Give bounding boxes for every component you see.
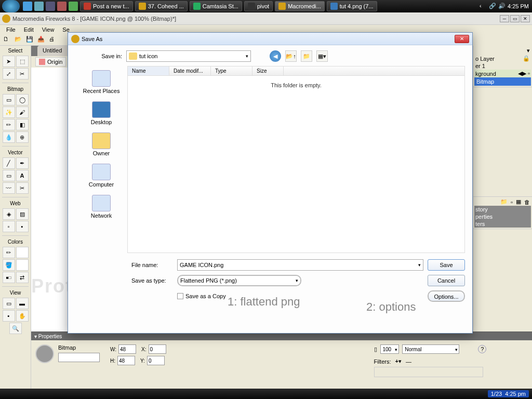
- task-item[interactable]: pivot: [244, 1, 273, 11]
- view-menu-button[interactable]: ▦▾: [316, 50, 328, 62]
- subselect-tool[interactable]: ⬚: [16, 56, 29, 67]
- hide-slice-tool[interactable]: ▫: [3, 221, 15, 232]
- fill-color[interactable]: 🪣: [3, 259, 15, 271]
- place-recent[interactable]: Recent Places: [83, 70, 120, 94]
- brush-tool[interactable]: 🖌: [16, 107, 29, 118]
- y-input[interactable]: [147, 356, 165, 365]
- original-view[interactable]: Origin: [35, 57, 66, 66]
- zoom-tool[interactable]: 🔍: [9, 323, 22, 334]
- default-colors[interactable]: ■□: [3, 272, 15, 283]
- col-size[interactable]: Size: [252, 66, 284, 75]
- task-item[interactable]: tut 4.png (7...: [327, 1, 377, 11]
- savetype-combo[interactable]: Flattened PNG (*.png): [177, 275, 301, 286]
- file-list[interactable]: Name Date modif... Type Size This folder…: [127, 66, 465, 253]
- cancel-button[interactable]: Cancel: [428, 275, 465, 286]
- dialog-titlebar[interactable]: Save As ✕: [68, 33, 472, 45]
- menu-edit[interactable]: Edit: [20, 25, 38, 34]
- hand-tool[interactable]: ✋: [16, 310, 29, 322]
- task-item-active[interactable]: Macromedi...: [275, 1, 325, 11]
- menu-view[interactable]: View: [38, 25, 59, 34]
- up-button[interactable]: 📂↑: [285, 50, 297, 62]
- new-folder-button[interactable]: 📁: [301, 50, 312, 62]
- screen-mode-2[interactable]: ▬: [16, 298, 29, 309]
- frames-icon[interactable]: ▦: [516, 198, 521, 205]
- col-name[interactable]: Name: [128, 66, 169, 75]
- col-type[interactable]: Type: [211, 66, 252, 75]
- x-input[interactable]: [149, 344, 166, 354]
- place-desktop[interactable]: Desktop: [91, 101, 112, 125]
- bitmap-layer[interactable]: Bitmap: [474, 77, 531, 86]
- layer-sub[interactable]: er 1: [474, 62, 531, 70]
- import-icon[interactable]: 📥: [37, 36, 46, 44]
- help-icon[interactable]: ?: [478, 345, 486, 353]
- minimize-button[interactable]: ─: [500, 15, 509, 22]
- hotspot-tool[interactable]: ◈: [3, 208, 15, 220]
- show-slice-tool[interactable]: ▪: [16, 221, 29, 232]
- blend-mode-select[interactable]: Normal: [402, 344, 459, 354]
- menu-file[interactable]: File: [2, 25, 20, 34]
- blur-tool[interactable]: 💧: [3, 131, 15, 143]
- save-in-combo[interactable]: tut icon: [126, 50, 251, 62]
- close-button[interactable]: ✕: [521, 15, 530, 22]
- pointer-tool[interactable]: ➤: [3, 56, 15, 67]
- start-button[interactable]: [2, 0, 20, 12]
- filters-panel[interactable]: ters: [474, 220, 531, 228]
- slice-tool[interactable]: ▨: [16, 208, 29, 220]
- opacity-slider-icon[interactable]: ▯: [374, 346, 377, 353]
- filename-input[interactable]: GAME ICON.png: [177, 259, 423, 271]
- clock[interactable]: 4:25 PM: [508, 3, 529, 9]
- stroke-color[interactable]: ✏: [3, 247, 15, 258]
- pencil-tool[interactable]: ✏: [3, 119, 15, 130]
- save-as-copy-checkbox[interactable]: Save as a Copy: [177, 293, 226, 299]
- add-filter-button[interactable]: +▾: [395, 358, 402, 365]
- save-icon[interactable]: 💾: [26, 36, 34, 44]
- task-item[interactable]: 37. Coheed ...: [135, 1, 188, 11]
- object-name-input[interactable]: [58, 353, 100, 362]
- screen-mode[interactable]: ▭: [3, 298, 15, 309]
- opacity-input[interactable]: 100: [380, 344, 400, 354]
- swap-colors[interactable]: ⇄: [16, 272, 29, 283]
- history-panel[interactable]: story: [474, 206, 531, 213]
- knife-tool[interactable]: ✂: [16, 182, 29, 194]
- ql-switch-icon[interactable]: [46, 2, 55, 11]
- maximize-button[interactable]: ▭: [510, 15, 520, 22]
- options-button[interactable]: Options...: [428, 290, 465, 302]
- tray-chevron-icon[interactable]: ‹: [480, 3, 487, 10]
- marquee-tool[interactable]: ▭: [3, 94, 15, 105]
- scale-tool[interactable]: ⤢: [3, 68, 15, 79]
- properties-header[interactable]: ▾ Properties: [31, 332, 532, 340]
- tray-network-icon[interactable]: 🔗: [489, 3, 496, 10]
- open-icon[interactable]: 📂: [15, 36, 23, 44]
- save-button[interactable]: Save: [428, 259, 465, 271]
- fill-swatch[interactable]: [16, 259, 29, 271]
- ql-ie-icon[interactable]: [23, 2, 32, 11]
- ql-show-desktop-icon[interactable]: [34, 2, 44, 11]
- stroke-swatch[interactable]: [16, 247, 29, 258]
- height-input[interactable]: [117, 356, 135, 365]
- new-folder-icon[interactable]: 📁: [500, 198, 508, 205]
- eraser-tool[interactable]: ◧: [16, 119, 29, 130]
- stamp-tool[interactable]: ⊕: [16, 131, 29, 143]
- back-button[interactable]: ◀: [270, 50, 281, 62]
- dialog-close-button[interactable]: ✕: [455, 35, 469, 43]
- filters-list[interactable]: [374, 367, 483, 377]
- freeform-tool[interactable]: 〰: [3, 182, 15, 194]
- task-item[interactable]: Camtasia St...: [190, 1, 242, 11]
- rect-tool[interactable]: ▭: [3, 170, 15, 181]
- wand-tool[interactable]: ✨: [3, 107, 15, 118]
- screen-mode-3[interactable]: ▪: [3, 310, 15, 322]
- line-tool[interactable]: ╱: [3, 157, 15, 169]
- width-input[interactable]: [118, 344, 136, 354]
- crop-tool[interactable]: ✂: [16, 68, 29, 79]
- new-layer-icon[interactable]: ▫: [511, 199, 513, 205]
- properties-panel-hdr[interactable]: perties: [474, 213, 531, 220]
- pen-tool[interactable]: ✒: [16, 157, 29, 169]
- col-date[interactable]: Date modif...: [169, 66, 211, 75]
- text-tool[interactable]: A: [16, 170, 29, 181]
- background-layer[interactable]: kground◀▶ ▫: [474, 70, 531, 77]
- ql-app2-icon[interactable]: [69, 2, 78, 11]
- print-icon[interactable]: 🖨: [49, 36, 57, 44]
- tray-volume-icon[interactable]: 🔊: [498, 3, 506, 10]
- task-item[interactable]: Post a new t...: [80, 1, 133, 11]
- place-computer[interactable]: Computer: [89, 164, 114, 188]
